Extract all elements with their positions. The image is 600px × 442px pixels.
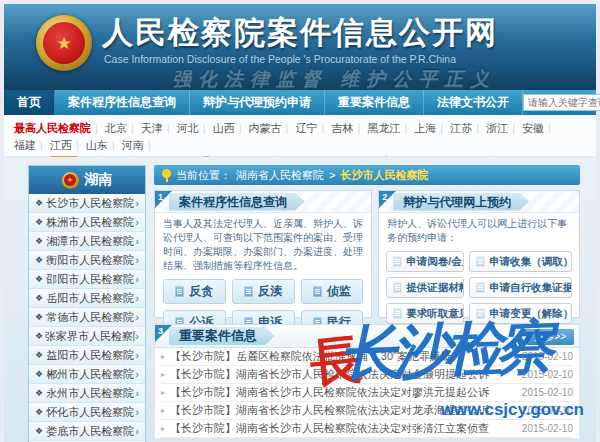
diamond-bullet-icon: ❖	[35, 331, 43, 341]
chevron-right-icon: ›	[135, 235, 139, 247]
news-item: ▸ 【长沙市院】湖南省长沙市人民检察院依法决定对廖洪元提起公诉 2015-02-…	[161, 384, 573, 402]
reservation-button[interactable]: 申请阅卷/会见	[386, 251, 464, 272]
more-button[interactable]: 更多>>	[526, 329, 574, 345]
diamond-bullet-icon: ❖	[35, 217, 43, 227]
sidebar-item[interactable]: ❖ 永州市人民检察院 ›	[29, 384, 145, 403]
button-label: 要求听取意见	[406, 307, 464, 321]
sidebar-item[interactable]: ❖ 湘潭市人民检察院 ›	[29, 232, 145, 251]
panel2-header: 2 辩护与代理网上预约	[379, 191, 579, 213]
sidebar-items: ❖ 长沙市人民检察院 › ❖ 株洲市人民检察院 › ❖ 湘潭市人民检察院 ›	[29, 194, 145, 442]
diamond-bullet-icon: ❖	[35, 388, 43, 398]
region-item: 最高人民检察院	[14, 122, 102, 134]
region-item: 河南	[122, 139, 155, 151]
sidebar-item[interactable]: ❖ 长沙市人民检察院 ›	[29, 194, 145, 213]
region-item: 江苏	[450, 122, 483, 134]
sidebar-item[interactable]: ❖ 邵阳市人民检察院 ›	[29, 270, 145, 289]
nav-tab[interactable]: 案件程序性信息查询	[55, 90, 190, 115]
nav-tab[interactable]: 法律文书公开	[424, 90, 523, 115]
region-link[interactable]: 浙江	[486, 122, 508, 134]
panel2-description: 辩护人、诉讼代理人可以网上进行以下事务的预约申请：	[379, 213, 579, 247]
region-link[interactable]: 河北	[177, 122, 199, 134]
region-link[interactable]: 福建	[14, 139, 36, 151]
news-number: 3	[158, 326, 163, 336]
query-category-button[interactable]: 反渎	[232, 279, 295, 304]
breadcrumb-prefix: 当前位置：	[176, 168, 231, 183]
sidebar-item-label: 张家界市人民检察院	[45, 329, 135, 344]
reservation-button[interactable]: 要求听取意见	[386, 303, 464, 324]
procuratorate-emblem-icon: ★	[36, 15, 92, 71]
sidebar-item[interactable]: ❖ 郴州市人民检察院 ›	[29, 365, 145, 384]
news-item: ▸ 【长沙市院】湖南省长沙市人民检察院依法决定对龙承海提起公诉 2015-02-…	[161, 402, 573, 420]
sidebar-item[interactable]: ❖ 娄底市人民检察院 ›	[29, 422, 145, 441]
region-item: 吉林	[331, 122, 364, 134]
nav-tab[interactable]: 重要案件信息	[325, 90, 424, 115]
region-link[interactable]: 河南	[122, 139, 144, 151]
breadcrumb-parent-link[interactable]: 湖南省人民检察院	[236, 168, 324, 183]
sidebar-item[interactable]: ❖ 怀化市人民检察院 ›	[29, 403, 145, 422]
triangle-bullet-icon: ▸	[161, 388, 165, 397]
query-category-button[interactable]: 反贪	[163, 279, 226, 304]
chevron-right-icon: ›	[135, 368, 139, 380]
nav-tab[interactable]: 辩护与代理预约申请	[190, 90, 325, 115]
sidebar-title: 湖南	[85, 171, 113, 189]
region-link[interactable]: 最高人民检察院	[14, 122, 91, 134]
breadcrumb-current[interactable]: 长沙市人民检察院	[340, 168, 428, 183]
reservation-button[interactable]: 申请自行收集证据材料	[469, 277, 572, 298]
panel2-number: 2	[382, 192, 387, 202]
chevron-right-icon: ›	[135, 330, 139, 342]
document-icon	[476, 282, 485, 293]
news-title: 重要案件信息	[169, 327, 275, 345]
region-link[interactable]: 山西	[213, 122, 235, 134]
query-category-button[interactable]: 侦监	[301, 279, 364, 304]
sidebar-item-label: 株洲市人民检察院	[45, 215, 135, 230]
sidebar-item-label: 常德市人民检察院	[45, 310, 135, 325]
search-area	[523, 90, 600, 115]
news-date: 2015-02-10	[522, 405, 573, 416]
news-link[interactable]: 【长沙市院】湖南省长沙市人民检察院依法决定对金灏明提起公诉	[170, 367, 517, 382]
news-link[interactable]: 【长沙市院】湖南省长沙市人民检察院依法决定对张清江立案侦查	[170, 421, 517, 436]
triangle-bullet-icon: ▸	[161, 406, 165, 415]
diamond-bullet-icon: ❖	[35, 426, 43, 436]
region-link[interactable]: 山东	[86, 139, 108, 151]
reservation-button[interactable]: 提供证据材料	[386, 277, 464, 298]
region-link[interactable]: 江苏	[450, 122, 472, 134]
reservation-button[interactable]: 申请变更（解除）强制措施	[469, 303, 572, 324]
region-link[interactable]: 安徽	[522, 122, 544, 134]
region-link[interactable]: 江西	[50, 139, 72, 151]
region-item: 山西	[213, 122, 246, 134]
region-link[interactable]: 北京	[105, 122, 127, 134]
site-title: 人民检察院案件信息公开网	[102, 12, 498, 54]
nav-tab[interactable]: 首页	[4, 90, 55, 115]
sidebar-item[interactable]: ❖ 株洲市人民检察院 ›	[29, 213, 145, 232]
news-header: 3 重要案件信息 更多>>	[154, 324, 580, 348]
search-input[interactable]	[524, 95, 600, 110]
important-cases-section: 3 重要案件信息 更多>> ▸ 【长沙市院】岳麓区检察院依法批准逮捕“1.30”…	[154, 324, 580, 439]
region-links-bar: 最高人民检察院 北京 天津 河北 山西 内蒙古 辽宁 吉林 黑龙江 上海 江苏	[4, 115, 596, 157]
region-link[interactable]: 辽宁	[296, 122, 318, 134]
sidebar-item[interactable]: ❖ 衡阳市人民检察院 ›	[29, 251, 145, 270]
region-link[interactable]: 天津	[141, 122, 163, 134]
reservation-button[interactable]: 申请收集（调取）证据材料	[469, 251, 572, 272]
news-link[interactable]: 【长沙市院】湖南省长沙市人民检察院依法决定对廖洪元提起公诉	[170, 385, 517, 400]
sidebar-item[interactable]: ❖ 岳阳市人民检察院 ›	[29, 289, 145, 308]
panel1-description: 当事人及其法定代理人、近亲属、辩护人、诉讼代理人、可查询以下范围案件的案由、受理…	[155, 213, 371, 275]
region-link[interactable]: 内蒙古	[249, 122, 282, 134]
sidebar-item[interactable]: ❖ 张家界市人民检察院 ›	[29, 327, 145, 346]
button-label: 提供证据材料	[406, 281, 464, 295]
sidebar-item-label: 衡阳市人民检察院	[45, 253, 135, 268]
region-link[interactable]: 吉林	[331, 122, 353, 134]
diamond-bullet-icon: ❖	[35, 198, 43, 208]
sidebar-item[interactable]: ❖ 常德市人民检察院 ›	[29, 308, 145, 327]
region-link[interactable]: 黑龙江	[367, 122, 400, 134]
diamond-bullet-icon: ❖	[35, 369, 43, 379]
news-item: ▸ 【长沙市院】湖南省长沙市人民检察院依法决定对金灏明提起公诉 2015-02-…	[161, 366, 573, 384]
sidebar-item[interactable]: ❖ 益阳市人民检察院 ›	[29, 346, 145, 365]
region-link[interactable]: 上海	[414, 122, 436, 134]
news-link[interactable]: 【长沙市院】湖南省长沙市人民检察院依法决定对龙承海提起公诉	[170, 403, 517, 418]
news-link[interactable]: 【长沙市院】岳麓区检察院依法批准逮捕“1.30”案犯罪嫌疑人	[170, 349, 517, 364]
chevron-right-icon: ›	[135, 387, 139, 399]
panels-row: 1 案件程序性信息查询 当事人及其法定代理人、近亲属、辩护人、诉讼代理人、可查询…	[154, 190, 580, 318]
panel-defense-reservation: 2 辩护与代理网上预约 辩护人、诉讼代理人可以网上进行以下事务的预约申请： 申请…	[378, 190, 580, 318]
button-label: 反贪	[189, 283, 213, 300]
region-item: 江西	[50, 139, 83, 151]
